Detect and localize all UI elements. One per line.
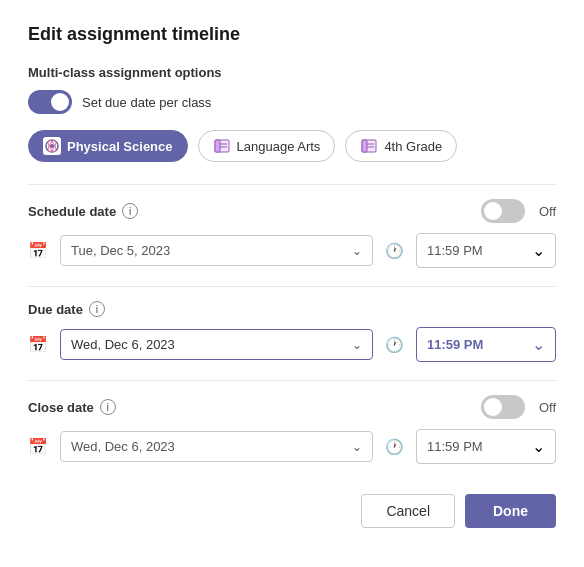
due-time-picker[interactable]: 11:59 PM ⌄ (416, 327, 556, 362)
edit-assignment-dialog: Edit assignment timeline Multi-class ass… (0, 0, 584, 567)
tab-language-arts-label: Language Arts (237, 139, 321, 154)
tab-physical-science[interactable]: Physical Science (28, 130, 188, 162)
due-date-row: 📅 Wed, Dec 6, 2023 ⌄ 🕐 11:59 PM ⌄ (28, 327, 556, 362)
schedule-toggle-status: Off (539, 204, 556, 219)
schedule-date-section: Schedule date i Off 📅 Tue, Dec 5, 2023 ⌄… (28, 199, 556, 268)
due-time-value: 11:59 PM (427, 337, 524, 352)
svg-rect-7 (215, 140, 220, 152)
close-toggle-status: Off (539, 400, 556, 415)
dialog-footer: Cancel Done (28, 490, 556, 528)
schedule-date-label: Schedule date (28, 204, 116, 219)
multi-class-label: Multi-class assignment options (28, 65, 556, 80)
schedule-date-value: Tue, Dec 5, 2023 (71, 243, 344, 258)
tab-4th-grade[interactable]: 4th Grade (345, 130, 457, 162)
toggle-knob (51, 93, 69, 111)
schedule-time-chevron: ⌄ (532, 241, 545, 260)
schedule-clock-icon: 🕐 (385, 242, 404, 260)
due-calendar-icon: 📅 (28, 335, 48, 354)
close-time-picker[interactable]: 11:59 PM ⌄ (416, 429, 556, 464)
due-clock-icon: 🕐 (385, 336, 404, 354)
svg-rect-12 (362, 140, 367, 152)
done-button[interactable]: Done (465, 494, 556, 528)
class-tabs: Physical Science Language Arts 4th Grade (28, 130, 556, 162)
set-due-date-toggle[interactable] (28, 90, 72, 114)
divider-1 (28, 184, 556, 185)
close-time-value: 11:59 PM (427, 439, 524, 454)
close-date-label: Close date (28, 400, 94, 415)
close-date-info-icon[interactable]: i (100, 399, 116, 415)
divider-3 (28, 380, 556, 381)
due-time-chevron: ⌄ (532, 335, 545, 354)
close-toggle-knob (484, 398, 502, 416)
due-date-section: Due date i 📅 Wed, Dec 6, 2023 ⌄ 🕐 11:59 … (28, 301, 556, 362)
schedule-date-row: 📅 Tue, Dec 5, 2023 ⌄ 🕐 11:59 PM ⌄ (28, 233, 556, 268)
due-date-info-icon[interactable]: i (89, 301, 105, 317)
close-calendar-icon: 📅 (28, 437, 48, 456)
due-date-picker[interactable]: Wed, Dec 6, 2023 ⌄ (60, 329, 373, 360)
close-toggle-row: Off (481, 395, 556, 419)
close-date-title: Close date i (28, 399, 116, 415)
due-date-title: Due date i (28, 301, 105, 317)
schedule-date-header: Schedule date i Off (28, 199, 556, 223)
schedule-date-info-icon[interactable]: i (122, 203, 138, 219)
close-date-header: Close date i Off (28, 395, 556, 419)
cancel-button[interactable]: Cancel (361, 494, 455, 528)
tab-language-arts[interactable]: Language Arts (198, 130, 336, 162)
due-date-label: Due date (28, 302, 83, 317)
due-date-value: Wed, Dec 6, 2023 (71, 337, 344, 352)
due-date-header: Due date i (28, 301, 556, 317)
4th-grade-icon (360, 137, 378, 155)
set-due-date-toggle-row: Set due date per class (28, 90, 556, 114)
physical-science-icon (43, 137, 61, 155)
close-date-value: Wed, Dec 6, 2023 (71, 439, 344, 454)
schedule-time-value: 11:59 PM (427, 243, 524, 258)
close-date-chevron: ⌄ (352, 440, 362, 454)
schedule-date-chevron: ⌄ (352, 244, 362, 258)
schedule-date-toggle[interactable] (481, 199, 525, 223)
close-date-toggle[interactable] (481, 395, 525, 419)
tab-4th-grade-label: 4th Grade (384, 139, 442, 154)
language-arts-icon (213, 137, 231, 155)
close-date-row: 📅 Wed, Dec 6, 2023 ⌄ 🕐 11:59 PM ⌄ (28, 429, 556, 464)
schedule-date-picker[interactable]: Tue, Dec 5, 2023 ⌄ (60, 235, 373, 266)
dialog-title: Edit assignment timeline (28, 24, 556, 45)
schedule-time-picker[interactable]: 11:59 PM ⌄ (416, 233, 556, 268)
due-date-chevron: ⌄ (352, 338, 362, 352)
schedule-toggle-knob (484, 202, 502, 220)
svg-point-2 (50, 144, 54, 148)
close-clock-icon: 🕐 (385, 438, 404, 456)
schedule-date-title: Schedule date i (28, 203, 138, 219)
close-date-picker[interactable]: Wed, Dec 6, 2023 ⌄ (60, 431, 373, 462)
close-time-chevron: ⌄ (532, 437, 545, 456)
divider-2 (28, 286, 556, 287)
schedule-calendar-icon: 📅 (28, 241, 48, 260)
close-date-section: Close date i Off 📅 Wed, Dec 6, 2023 ⌄ 🕐 … (28, 395, 556, 464)
schedule-toggle-row: Off (481, 199, 556, 223)
set-due-date-label: Set due date per class (82, 95, 211, 110)
tab-physical-science-label: Physical Science (67, 139, 173, 154)
